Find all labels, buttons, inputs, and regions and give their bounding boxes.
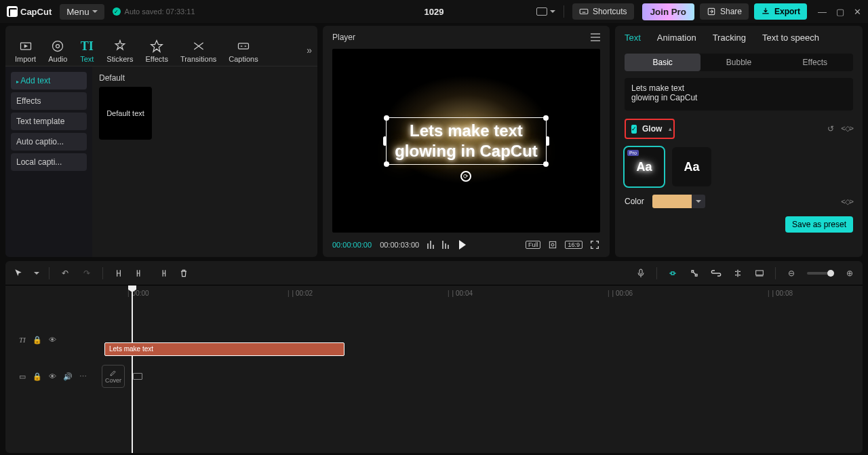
glow-checkbox[interactable]: ✓ [631, 125, 637, 134]
time-total: 00:00:03:00 [380, 241, 419, 249]
resize-handle-r[interactable] [546, 136, 549, 146]
shortcuts-label: Shortcuts [593, 7, 627, 16]
mute-icon[interactable]: 🔊 [63, 372, 73, 381]
keyframe-nav[interactable]: <◇> [841, 124, 853, 134]
resize-handle-bl[interactable] [384, 161, 389, 167]
resize-handle-br[interactable] [543, 161, 549, 167]
glow-preset-pro[interactable]: Pro Aa [625, 147, 664, 186]
audio-icon [50, 39, 65, 54]
split-tool[interactable] [113, 267, 125, 279]
tab-effects[interactable]: Effects [142, 36, 170, 66]
autosave-label: Auto saved: 07:33:11 [125, 7, 195, 16]
sidebar-item-effects[interactable]: Effects [11, 92, 87, 110]
video-track-icon: ▭ [19, 372, 26, 381]
tab-text[interactable]: TI Text [77, 36, 97, 66]
top-bar: CapCut Menu ✓ Auto saved: 07:33:11 1029 … [0, 0, 868, 23]
ratio-full[interactable]: Full [526, 241, 541, 249]
share-button[interactable]: Share [700, 3, 749, 20]
text-content-input[interactable] [625, 78, 853, 111]
eye-icon[interactable]: 👁 [49, 372, 56, 380]
trim-left-tool[interactable] [134, 267, 146, 279]
eye-icon[interactable]: 👁 [49, 336, 56, 344]
glow-toggle-row[interactable]: ✓ Glow ▲ [625, 119, 675, 139]
fullscreen-icon[interactable] [589, 239, 600, 250]
lock-icon[interactable]: 🔒 [33, 336, 42, 344]
preview-icon[interactable] [753, 267, 766, 279]
redo-button[interactable]: ↷ [81, 267, 93, 279]
resize-handle-tl[interactable] [384, 115, 389, 121]
sidebar-item-local-captions[interactable]: Local capti... [11, 153, 87, 171]
menu-button[interactable]: Menu [60, 4, 104, 20]
undo-button[interactable]: ↶ [59, 267, 71, 279]
minimize-button[interactable]: — [818, 7, 827, 17]
film-icon[interactable] [133, 373, 142, 380]
align-icon[interactable] [732, 267, 744, 279]
pointer-tool[interactable] [12, 267, 24, 279]
mic-icon[interactable] [635, 267, 647, 279]
play-button[interactable] [457, 239, 468, 250]
rotate-handle[interactable]: ⟳ [460, 171, 471, 182]
color-picker[interactable] [652, 195, 705, 208]
magnet-icon[interactable] [667, 267, 679, 279]
more-tabs-button[interactable]: » [307, 45, 312, 56]
audio-levels-icon[interactable] [427, 241, 434, 249]
timeline-ruler[interactable]: 00:00 | 00:02 | 00:04 | 00:06 | 00:08 [127, 285, 863, 302]
tool-dropdown[interactable] [34, 272, 39, 275]
lock-icon[interactable]: 🔒 [33, 372, 42, 381]
text-selection-box[interactable]: Lets make text glowing in CapCut ⟳ [386, 117, 547, 165]
tab-tts[interactable]: Text to speech [762, 33, 819, 48]
glow-preset-2[interactable]: Aa [672, 147, 711, 186]
zoom-slider[interactable] [807, 272, 834, 275]
preset-sample: Aa [636, 160, 652, 174]
audio-levels-icon-2[interactable] [442, 241, 449, 249]
shortcuts-button[interactable]: Shortcuts [572, 3, 634, 20]
subtab-basic[interactable]: Basic [625, 54, 701, 71]
resize-handle-tr[interactable] [543, 115, 549, 121]
player-menu-button[interactable] [591, 33, 600, 41]
trim-right-tool[interactable] [156, 267, 168, 279]
tab-import[interactable]: Import [12, 36, 39, 66]
caret-up-icon: ▲ [667, 126, 673, 132]
sidebar-item-text-template[interactable]: Text template [11, 113, 87, 130]
crop-icon[interactable] [547, 239, 558, 250]
sidebar-item-add-text[interactable]: Add text [11, 72, 87, 90]
tab-text-inspector[interactable]: Text [625, 33, 641, 48]
snap-icon[interactable] [688, 267, 701, 279]
tab-tracking[interactable]: Tracking [713, 33, 746, 48]
maximize-button[interactable]: ▢ [836, 7, 844, 17]
ruler-mark: | 00:04 [448, 290, 473, 297]
subtab-bubble[interactable]: Bubble [701, 54, 776, 71]
tab-audio[interactable]: Audio [45, 36, 70, 66]
sidebar-item-auto-captions[interactable]: Auto captio... [11, 133, 87, 151]
resize-handle-l[interactable] [383, 136, 387, 146]
ratio-169[interactable]: 16:9 [565, 241, 583, 249]
text-category-sidebar: Add text Effects Text template Auto capt… [5, 66, 92, 257]
reset-icon[interactable]: ↺ [827, 124, 834, 134]
save-preset-button[interactable]: Save as preset [785, 216, 853, 233]
more-icon[interactable]: ⋯ [79, 372, 87, 381]
join-pro-button[interactable]: Join Pro [642, 3, 694, 20]
project-name[interactable]: 1029 [425, 7, 444, 17]
tab-animation[interactable]: Animation [657, 33, 696, 48]
zoom-in-icon[interactable]: ⊕ [844, 267, 856, 279]
tab-label: Transitions [180, 55, 216, 63]
text-clip[interactable]: Lets make text [104, 342, 344, 356]
timeline-toolbar: ↶ ↷ ⊖ ⊕ [5, 261, 863, 285]
tab-transitions[interactable]: Transitions [178, 36, 219, 66]
close-button[interactable]: ✕ [854, 7, 861, 17]
text-preset-default[interactable]: Default text [99, 87, 152, 140]
export-button[interactable]: Export [754, 3, 807, 20]
color-dropdown[interactable] [692, 195, 705, 208]
tab-label: Effects [145, 55, 167, 63]
tab-captions[interactable]: Captions [226, 36, 260, 66]
tab-stickers[interactable]: Stickers [104, 36, 136, 66]
link-icon[interactable] [710, 267, 722, 279]
playhead[interactable] [132, 285, 133, 453]
player-canvas[interactable]: Lets make text glowing in CapCut ⟳ [332, 49, 600, 233]
subtab-effects[interactable]: Effects [777, 54, 853, 71]
zoom-out-icon[interactable]: ⊖ [785, 267, 797, 279]
delete-tool[interactable] [178, 267, 190, 279]
cover-button[interactable]: Cover [102, 365, 125, 388]
aspect-ratio-button[interactable] [536, 7, 555, 16]
keyframe-nav-color[interactable]: <◇> [841, 197, 853, 206]
